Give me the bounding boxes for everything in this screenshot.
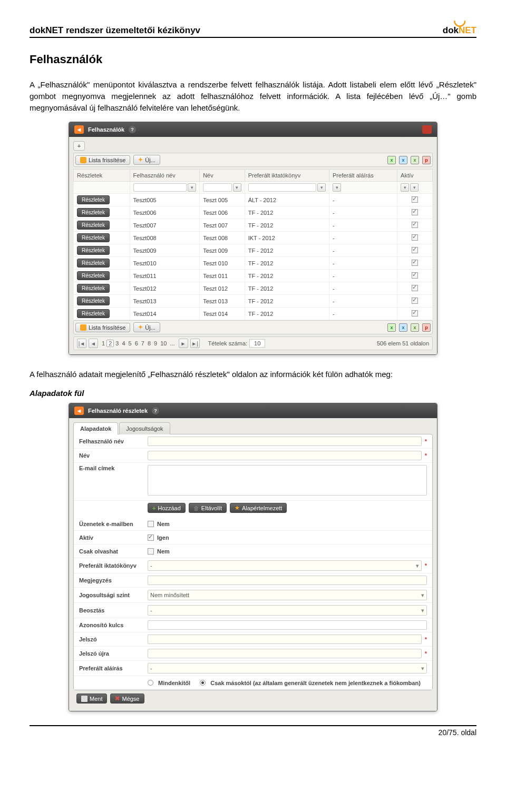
active-checkbox[interactable] (148, 534, 154, 541)
cell-name: Teszt 010 (200, 257, 245, 270)
details-button[interactable]: Részletek (77, 284, 110, 293)
required-icon: * (425, 562, 427, 569)
cell-name: Teszt 011 (200, 270, 245, 282)
pager-first-button[interactable]: |◄ (77, 339, 86, 348)
pager-page-4[interactable]: 4 (120, 340, 126, 346)
new-button[interactable]: ✦Új... (133, 322, 160, 332)
filter-name-input[interactable] (203, 183, 232, 192)
password2-input[interactable] (148, 649, 422, 658)
export-xls-icon[interactable]: x (387, 323, 396, 332)
details-button[interactable]: Részletek (77, 221, 110, 230)
add-tab-button[interactable]: + (73, 141, 85, 151)
refresh-button[interactable]: Lista frissítése (75, 323, 130, 332)
tab-jogosultsagok[interactable]: Jogosultságok (119, 422, 170, 434)
pager-page-10[interactable]: 10 (159, 340, 168, 346)
msg-email-checkbox[interactable] (148, 521, 154, 527)
logo-text-left: dok (443, 25, 459, 35)
bookmark-icon (422, 125, 432, 134)
page-number: 20/75. oldal (30, 726, 476, 737)
cell-name: Teszt 006 (200, 206, 245, 219)
pager: |◄ ◄ 12345678910... ► ►| Tételek száma: … (73, 336, 433, 350)
note-input[interactable] (148, 576, 427, 585)
pager-page-5[interactable]: 5 (127, 340, 133, 346)
details-button[interactable]: Részletek (77, 296, 110, 305)
pager-page-...[interactable]: ... (168, 340, 176, 346)
cell-username: Teszt013 (130, 295, 200, 308)
key-input[interactable] (148, 620, 427, 630)
new-button[interactable]: ✦Új... (133, 155, 160, 165)
label-password2: Jelszó újra (79, 650, 142, 657)
email-remove-button[interactable]: 🗑Eltávolít (189, 503, 227, 513)
filter-book-input[interactable] (248, 183, 316, 192)
funnel-icon[interactable]: ▾ (333, 183, 341, 192)
export-csv-icon[interactable]: x (399, 323, 407, 332)
password-input[interactable] (148, 635, 422, 644)
tab-alapadatok[interactable]: Alapadatok (73, 422, 118, 434)
col-username[interactable]: Felhasználó név (130, 170, 200, 182)
details-button[interactable]: Részletek (77, 195, 110, 204)
cancel-button[interactable]: ✖Mégse (110, 694, 144, 704)
name-input[interactable] (148, 451, 422, 460)
export-csv-icon[interactable]: x (399, 156, 407, 164)
funnel-icon[interactable]: ▾ (233, 183, 241, 192)
funnel-icon[interactable]: ▾ (188, 183, 196, 192)
pager-page-6[interactable]: 6 (133, 340, 140, 346)
email-add-button[interactable]: +Hozzáad (148, 503, 186, 513)
export-xls-icon[interactable]: x (387, 156, 396, 164)
funnel-icon[interactable]: ▾ (317, 183, 326, 192)
readonly-checkbox[interactable] (148, 548, 154, 554)
details-button[interactable]: Részletek (77, 233, 110, 242)
col-sign[interactable]: Preferált aláírás (329, 170, 397, 182)
col-book[interactable]: Preferált iktatókönyv (245, 170, 329, 182)
export-pdf-icon[interactable]: p (422, 156, 431, 164)
pager-page-1[interactable]: 1 (100, 340, 106, 346)
pager-page-7[interactable]: 7 (140, 340, 146, 346)
radio-all[interactable] (148, 680, 153, 686)
help-icon[interactable]: ? (129, 126, 136, 133)
pager-prev-button[interactable]: ◄ (89, 339, 98, 348)
details-button[interactable]: Részletek (77, 271, 110, 280)
pager-page-9[interactable]: 9 (152, 340, 159, 346)
level-select[interactable]: Nem minősített▾ (148, 590, 427, 600)
pager-page-8[interactable]: 8 (146, 340, 152, 346)
radio-others-label: Csak másoktól (az általam generált üzene… (210, 680, 421, 686)
export-xlsx-icon[interactable]: x (411, 323, 419, 332)
filter-username-input[interactable] (133, 183, 187, 192)
pager-page-3[interactable]: 3 (114, 340, 120, 346)
back-icon[interactable]: ◄ (74, 407, 84, 415)
help-icon[interactable]: ? (152, 407, 159, 414)
funnel-icon[interactable]: ▾ (401, 183, 409, 192)
book-select[interactable]: -▾ (148, 560, 422, 571)
radio-others[interactable] (200, 680, 206, 686)
emails-textarea[interactable] (148, 465, 427, 496)
cell-sign: - (329, 244, 397, 257)
items-per-page-input[interactable]: 10 (249, 339, 265, 348)
sign-select[interactable]: -▾ (148, 663, 427, 674)
funnel-icon[interactable]: ▾ (410, 183, 419, 192)
col-name[interactable]: Név (200, 170, 245, 182)
details-button[interactable]: Részletek (77, 259, 110, 268)
email-default-button[interactable]: ★Alapértelmezett (230, 503, 287, 513)
body-paragraph-1: A „Felhasználók" menüpontot kiválasztva … (30, 79, 476, 113)
label-level: Jogosultsági szint (79, 592, 142, 598)
refresh-button[interactable]: Lista frissítése (75, 155, 130, 165)
details-button[interactable]: Részletek (77, 208, 110, 217)
save-button[interactable]: Ment (76, 694, 107, 704)
pager-last-button[interactable]: ►| (190, 339, 200, 348)
back-icon[interactable]: ◄ (74, 125, 84, 134)
col-active[interactable]: Aktív (397, 170, 433, 182)
cell-sign: - (329, 206, 397, 219)
username-input[interactable] (148, 437, 422, 446)
export-pdf-icon[interactable]: p (422, 323, 431, 332)
required-icon: * (425, 452, 427, 459)
details-button[interactable]: Részletek (77, 309, 110, 318)
position-select[interactable]: -▾ (148, 605, 427, 616)
details-button[interactable]: Részletek (77, 246, 110, 255)
pager-next-button[interactable]: ► (179, 339, 188, 348)
cell-name: Teszt 008 (200, 232, 245, 244)
pager-page-2[interactable]: 2 (106, 340, 114, 347)
cell-username: Teszt008 (130, 232, 200, 244)
col-details[interactable]: Részletek (74, 170, 130, 182)
export-xlsx-icon[interactable]: x (411, 156, 419, 164)
active-checkbox (412, 222, 418, 228)
